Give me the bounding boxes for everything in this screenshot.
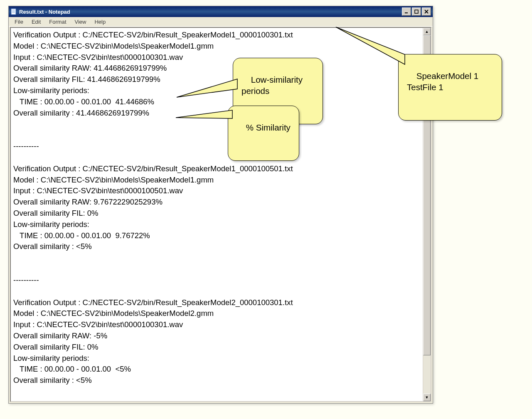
callout-text: SpeakerModel 1 TestFile 1 [407,71,478,92]
text-line: TIME : 00.00.00 - 00.01.00 <5% [13,365,131,373]
svg-marker-6 [177,79,237,97]
text-line: Overall similarity RAW: 9.7672229025293% [13,197,163,206]
text-line: Low-similarity periods: [13,86,89,95]
notepad-app-icon [10,8,17,15]
text-line: Low-similarity periods: [13,220,89,229]
scroll-down-arrow-icon[interactable]: ▼ [423,394,431,401]
text-line: TIME : 00.00.00 - 00.01.00 9.76722% [13,231,150,240]
svg-marker-8 [336,27,405,64]
svg-rect-5 [415,10,418,13]
menu-view[interactable]: View [71,18,91,26]
callout-text: % Similarity [246,123,291,132]
text-line: Input : C:\NECTEC-SV2\bin\test\000010030… [13,320,183,329]
menu-help[interactable]: Help [90,18,110,26]
text-line: Input : C:\NECTEC-SV2\bin\test\000010050… [13,186,183,195]
minimize-button[interactable] [402,7,411,16]
text-line: Overall similarity FIL: 41.4468626919799… [13,75,160,84]
menu-file[interactable]: File [10,18,27,26]
svg-rect-0 [11,9,16,15]
text-line: Overall similarity : 41.4468626919799% [13,108,149,117]
scroll-up-arrow-icon[interactable]: ▲ [423,28,431,35]
text-line: Verification Output : C:/NECTEC-SV2/bin/… [13,164,293,173]
text-line: Overall similarity FIL: 0% [13,343,99,351]
text-line: Verification Output : C:/NECTEC-SV2/bin/… [13,30,293,39]
text-line: Model : C:\NECTEC-SV2\bin\Models\Speaker… [13,309,214,318]
text-line: Overall similarity FIL: 0% [13,209,99,217]
text-line: Overall similarity RAW: -5% [13,331,107,340]
menu-format[interactable]: Format [45,18,70,26]
svg-rect-4 [405,12,408,13]
menu-edit[interactable]: Edit [27,18,45,26]
text-line: Overall similarity : <5% [13,242,92,251]
callout-text: Low-similarity periods [241,75,303,96]
text-line: Model : C:\NECTEC-SV2\bin\Models\Speaker… [13,42,214,50]
callout-speaker-testfile: SpeakerModel 1 TestFile 1 [398,54,502,121]
text-line: Input : C:\NECTEC-SV2\bin\test\000010030… [13,53,183,62]
text-separator: ---------- [13,276,39,284]
text-line: Low-similarity periods: [13,354,89,362]
maximize-button[interactable] [412,7,421,16]
text-line: Model : C:\NECTEC-SV2\bin\Models\Speaker… [13,175,214,184]
window-title: Result.txt - Notepad [19,9,402,15]
text-line: Overall similarity RAW: 41.4468626919799… [13,64,167,72]
titlebar[interactable]: Result.txt - Notepad [9,6,433,17]
text-line: Overall similarity : <5% [13,376,92,384]
text-line: TIME : 00.00.00 - 00.01.00 41.44686% [13,97,154,106]
svg-marker-7 [176,110,232,118]
text-line: Verification Output : C:/NECTEC-SV2/bin/… [13,298,293,307]
text-separator: ---------- [13,142,39,150]
close-button[interactable] [422,7,431,16]
callout-percent-similarity: % Similarity [228,106,299,161]
